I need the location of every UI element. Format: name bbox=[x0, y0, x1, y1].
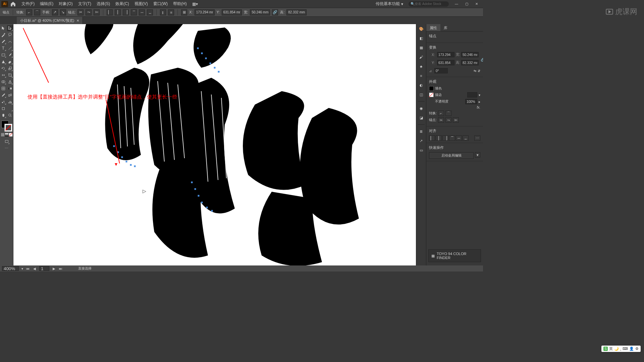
curvature-tool[interactable] bbox=[7, 39, 13, 45]
window-minimize[interactable]: — bbox=[451, 1, 462, 7]
align-vcenter-icon[interactable]: ─ bbox=[139, 9, 145, 15]
link-wh-icon[interactable]: 🔗 bbox=[272, 9, 278, 15]
menu-effect[interactable]: 效果(C) bbox=[113, 1, 132, 7]
zoom-tool[interactable] bbox=[7, 112, 13, 118]
tab-libraries[interactable]: 库 bbox=[440, 24, 451, 31]
flip-h-icon[interactable]: ⇋ bbox=[474, 69, 476, 73]
first-artboard-icon[interactable]: ⏮ bbox=[26, 266, 30, 270]
menu-help[interactable]: 帮助(H) bbox=[170, 1, 190, 7]
align-bottom-icon[interactable]: ⎽ bbox=[147, 9, 153, 15]
reference-point-icon[interactable]: ⊞ bbox=[181, 9, 187, 15]
pen-tool[interactable] bbox=[0, 39, 6, 45]
prop-y-input[interactable] bbox=[437, 60, 454, 65]
opacity-dropdown[interactable]: ▸ bbox=[479, 100, 480, 104]
graphic-styles-icon[interactable]: ◪ bbox=[418, 114, 425, 121]
x-input[interactable] bbox=[195, 9, 215, 15]
color-mode-none[interactable] bbox=[9, 133, 12, 136]
mesh-tool[interactable] bbox=[0, 85, 6, 92]
blend-tool[interactable] bbox=[7, 92, 13, 98]
home-icon[interactable] bbox=[10, 1, 16, 7]
document-tab[interactable]: 小目标.ai* @ 400% (CMYK/预览) ✕ bbox=[17, 17, 83, 24]
eyedropper-tool[interactable] bbox=[0, 92, 6, 98]
global-edit-button[interactable]: 启动全局编辑 bbox=[429, 152, 474, 159]
gradient-panel-icon[interactable]: ◐ bbox=[418, 82, 425, 88]
handles-show-icon[interactable]: ↗ bbox=[52, 9, 58, 15]
type-tool[interactable]: T bbox=[0, 45, 6, 51]
prop-w-input[interactable] bbox=[461, 52, 479, 57]
next-artboard-icon[interactable]: ▶ bbox=[52, 266, 56, 270]
line-tool[interactable] bbox=[7, 45, 13, 51]
edit-toolbar-icon[interactable]: ⋯ bbox=[4, 145, 10, 151]
menu-edit[interactable]: 编辑(E) bbox=[37, 1, 56, 7]
paintbrush-tool[interactable] bbox=[7, 52, 13, 58]
align-more-btn[interactable]: ⋯ bbox=[474, 135, 480, 141]
arrange-icon[interactable]: ▦▾ bbox=[190, 2, 201, 6]
align-hcenter-icon[interactable]: ⎮ bbox=[115, 9, 121, 15]
menu-type[interactable]: 文字(T) bbox=[75, 1, 94, 7]
prev-artboard-icon[interactable]: ◀ bbox=[33, 266, 37, 270]
fx-icon[interactable]: fx. bbox=[477, 106, 480, 109]
screen-mode-icon[interactable] bbox=[4, 138, 10, 144]
w-input[interactable] bbox=[250, 9, 270, 15]
stroke-weight-input[interactable] bbox=[467, 92, 477, 98]
handles-hide-icon[interactable]: ↘ bbox=[60, 9, 66, 15]
eraser-tool[interactable] bbox=[7, 59, 13, 65]
menu-object[interactable]: 对象(O) bbox=[56, 1, 75, 7]
stroke-panel-icon[interactable]: ≡ bbox=[418, 72, 425, 79]
window-close[interactable]: ✕ bbox=[472, 1, 482, 7]
stroke-color-swatch[interactable] bbox=[5, 124, 12, 131]
anchor-remove-btn[interactable]: ✂ bbox=[438, 117, 444, 123]
appearance-panel-icon[interactable]: ◉ bbox=[418, 105, 425, 112]
asset-export-icon[interactable]: ↗ bbox=[418, 137, 425, 144]
align-right-btn[interactable]: ▕ bbox=[442, 135, 448, 141]
canvas[interactable]: 使用【直接选择工具】选中并调整"目"字笔画的锚点，使其更长一些 ▷ bbox=[13, 24, 416, 265]
lasso-tool[interactable] bbox=[7, 32, 13, 38]
quick-more-btn[interactable]: ▾ bbox=[475, 152, 480, 158]
menu-view[interactable]: 视图(V) bbox=[132, 1, 151, 7]
artboards-panel-icon[interactable]: ▭ bbox=[418, 147, 425, 154]
distribute-h-icon[interactable]: ⫿ bbox=[160, 9, 166, 15]
layers-panel-icon[interactable]: ≣ bbox=[418, 128, 425, 135]
convert-corner-icon[interactable]: ⌐ bbox=[26, 9, 32, 15]
rectangle-tool[interactable] bbox=[0, 52, 6, 58]
graph-tool[interactable] bbox=[7, 99, 13, 105]
flip-v-icon[interactable]: ⇵ bbox=[478, 69, 480, 73]
anchor-cut-btn[interactable]: ✄ bbox=[453, 117, 459, 123]
tab-properties[interactable]: 属性 bbox=[426, 24, 440, 31]
artboard-input[interactable] bbox=[39, 266, 49, 271]
align-top-icon[interactable]: ⎺ bbox=[131, 9, 137, 15]
stroke-swatch[interactable] bbox=[429, 93, 434, 97]
convert-smooth-btn[interactable]: ⌒ bbox=[445, 111, 451, 116]
scale-tool[interactable] bbox=[7, 65, 13, 71]
y-input[interactable] bbox=[222, 9, 242, 15]
convert-smooth-icon[interactable]: ⌒ bbox=[34, 9, 40, 15]
tab-close-icon[interactable]: ✕ bbox=[76, 19, 79, 22]
color-guide-icon[interactable]: ◧ bbox=[418, 35, 425, 42]
color-mode-solid[interactable] bbox=[1, 133, 4, 136]
prop-x-input[interactable] bbox=[437, 52, 454, 57]
menu-select[interactable]: 选择(S) bbox=[94, 1, 113, 7]
symbols-panel-icon[interactable]: ♣ bbox=[418, 63, 425, 70]
align-top-btn[interactable]: ⎺ bbox=[449, 135, 455, 141]
shaper-tool[interactable] bbox=[0, 59, 6, 65]
free-transform-tool[interactable] bbox=[7, 72, 13, 78]
hand-tool[interactable] bbox=[0, 112, 6, 118]
opacity-input[interactable] bbox=[465, 99, 477, 104]
color-picker[interactable] bbox=[1, 120, 13, 132]
distribute-v-icon[interactable]: ≡ bbox=[168, 9, 174, 15]
align-right-icon[interactable]: ▕ bbox=[123, 9, 129, 15]
connect-anchor-icon[interactable]: ⤳ bbox=[86, 9, 92, 15]
color-panel-icon[interactable]: 🎨 bbox=[418, 25, 425, 32]
window-maximize[interactable]: ▢ bbox=[462, 1, 472, 7]
last-artboard-icon[interactable]: ⏭ bbox=[59, 266, 63, 270]
menu-window[interactable]: 窗口(W) bbox=[151, 1, 170, 7]
convert-corner-btn[interactable]: ⌐ bbox=[438, 111, 444, 116]
link-wh-toggle[interactable]: 🔗 bbox=[481, 57, 483, 62]
slice-tool[interactable] bbox=[7, 106, 13, 112]
prop-angle-input[interactable] bbox=[434, 68, 448, 73]
direct-selection-tool[interactable] bbox=[7, 25, 13, 31]
zoom-input[interactable] bbox=[2, 266, 19, 271]
rotate-tool[interactable] bbox=[0, 65, 6, 71]
zoom-dropdown-icon[interactable]: ▾ bbox=[21, 267, 23, 270]
remove-anchor-icon[interactable]: ✂ bbox=[77, 9, 84, 15]
